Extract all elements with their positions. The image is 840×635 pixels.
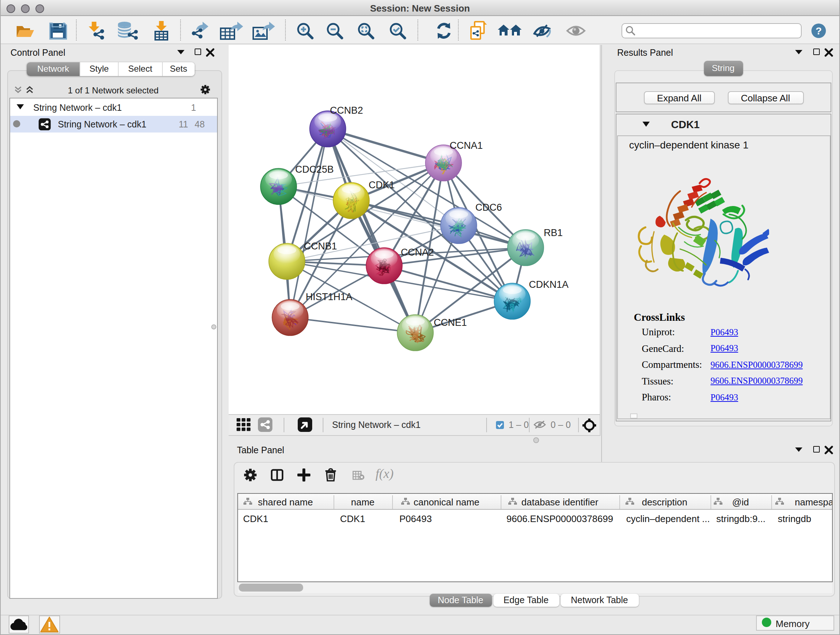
svg-text:CDKN1A: CDKN1A <box>529 279 568 290</box>
svg-text:CDC6: CDC6 <box>475 202 502 212</box>
svg-text:CDK1: CDK1 <box>368 179 394 190</box>
svg-text:RB1: RB1 <box>543 227 562 238</box>
svg-text:CCNE1: CCNE1 <box>433 317 467 328</box>
svg-text:HIST1H1A: HIST1H1A <box>305 291 352 302</box>
svg-text:CCNB1: CCNB1 <box>303 241 337 251</box>
svg-text:CCNB2: CCNB2 <box>330 105 363 116</box>
svg-text:CDC25B: CDC25B <box>295 164 333 174</box>
svg-text:CCNA1: CCNA1 <box>449 140 483 150</box>
svg-text:?: ? <box>815 25 821 36</box>
svg-text:CCNA2: CCNA2 <box>401 247 434 257</box>
